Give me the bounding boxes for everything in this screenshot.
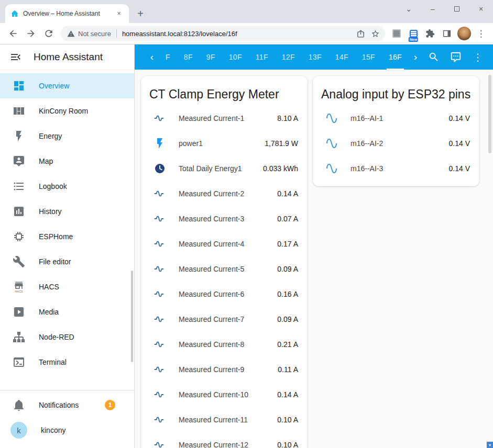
back-button[interactable] <box>5 26 21 41</box>
entity-value: 0.07 A <box>277 215 298 223</box>
sidebar-item-file-editor[interactable]: File editor <box>0 249 134 274</box>
share-button[interactable] <box>354 27 367 40</box>
maximize-icon <box>454 6 459 12</box>
entity-row[interactable]: Measured Current-1 8.10 A <box>141 106 308 131</box>
sidebar-item-user[interactable]: k kincony <box>0 418 134 443</box>
scroll-down-icon[interactable]: ▼ <box>487 442 493 448</box>
entity-name: m16--AI-2 <box>350 139 436 148</box>
app-title: Home Assistant <box>34 51 103 63</box>
sidebar-item-notifications[interactable]: Notifications 1 <box>0 393 134 418</box>
search-button[interactable] <box>423 46 445 68</box>
entity-row[interactable]: m16--AI-1 0.14 V <box>313 106 479 131</box>
entity-value: 0.14 A <box>277 390 298 399</box>
sidebar-item-logbook[interactable]: Logbook <box>0 174 134 199</box>
entity-row[interactable]: Measured Current-2 0.14 A <box>141 181 308 206</box>
tab-close-icon[interactable]: × <box>114 9 124 18</box>
entity-row[interactable]: m16--AI-2 0.14 V <box>313 131 479 156</box>
entity-value: 1,781.9 W <box>265 139 298 148</box>
tab-search-chevron-icon[interactable]: ⌄ <box>397 0 421 18</box>
card-analog-input-esp32: Analog input by ESP32 pins m16--AI-1 0.1… <box>313 76 479 186</box>
url-text[interactable]: homeassistant.local:8123/lovelace/16f <box>122 30 353 38</box>
address-bar[interactable]: Not secure homeassistant.local:8123/love… <box>61 26 385 41</box>
entity-name: Measured Current-6 <box>179 290 265 298</box>
sidebar-item-energy[interactable]: Energy <box>0 124 134 149</box>
scrollbar-thumb[interactable] <box>488 75 491 153</box>
close-button[interactable]: × <box>469 0 493 18</box>
sidebar-item-map[interactable]: Map <box>0 149 134 174</box>
entity-name: Measured Current-4 <box>179 240 265 248</box>
sidebar-item-label: Node-RED <box>39 333 74 341</box>
sidebar-item-media[interactable]: Media <box>0 299 134 324</box>
tab-label: 15F <box>362 53 375 61</box>
new-badge: New <box>409 37 418 42</box>
entity-row[interactable]: Measured Current-6 0.16 A <box>141 282 308 307</box>
view-tab-11f[interactable]: 11F <box>249 44 275 70</box>
entity-name: Measured Current-9 <box>179 365 265 374</box>
entity-name: Measured Current-7 <box>179 315 265 323</box>
browser-tab[interactable]: Overview – Home Assistant × <box>5 4 129 23</box>
page-scrollbar[interactable]: ▼ <box>487 70 493 448</box>
entity-row[interactable]: Measured Current-5 0.09 A <box>141 256 308 282</box>
entity-row[interactable]: m16--AI-3 0.14 V <box>313 156 479 181</box>
entity-row[interactable]: Measured Current-8 0.21 A <box>141 332 308 357</box>
tabs-scroll-right-icon[interactable]: › <box>409 44 422 70</box>
reload-button[interactable] <box>41 26 57 41</box>
view-tab-14f[interactable]: 14F <box>328 44 355 70</box>
entity-row[interactable]: Measured Current-12 0.10 A <box>141 432 308 448</box>
view-tab-10f[interactable]: 10F <box>222 44 249 70</box>
current-ac-icon <box>154 413 166 426</box>
entity-row[interactable]: Measured Current-10 0.14 A <box>141 382 308 407</box>
entity-row[interactable]: Measured Current-4 0.17 A <box>141 231 308 256</box>
browser-menu-button[interactable]: ⋮ <box>475 28 487 39</box>
entity-row[interactable]: power1 1,781.9 W <box>141 131 308 156</box>
extension-button-new[interactable]: New <box>407 27 420 40</box>
entity-row[interactable]: Total Daily Energy1 0.033 kWh <box>141 156 308 181</box>
entity-row[interactable]: Measured Current-3 0.07 A <box>141 206 308 231</box>
minimize-button[interactable]: – <box>421 0 445 18</box>
sidebar-item-esphome[interactable]: ESPHome <box>0 224 134 249</box>
new-tab-button[interactable]: + <box>133 6 148 21</box>
sidebar-scrollbar[interactable] <box>131 271 133 362</box>
sidebar-item-history[interactable]: History <box>0 199 134 224</box>
sidebar-item-kincony-room[interactable]: KinCony Room <box>0 98 134 124</box>
security-chip[interactable]: Not secure <box>67 30 111 38</box>
assist-button[interactable] <box>445 46 467 68</box>
forward-icon <box>26 28 36 39</box>
view-tab-13f[interactable]: 13F <box>302 44 328 70</box>
sidebar-item-label: HACS <box>39 283 59 291</box>
card-ct-clamp-energy-meter: CT Clamp Energy Meter Measured Current-1… <box>141 76 308 448</box>
side-panel-button[interactable] <box>441 27 453 40</box>
entity-row[interactable]: Measured Current-11 0.10 A <box>141 407 308 432</box>
view-tab-16f[interactable]: 16F <box>382 44 409 70</box>
forward-button[interactable] <box>23 26 39 41</box>
extension-button-1[interactable] <box>390 27 403 40</box>
flash-icon <box>154 137 166 150</box>
entity-name: Measured Current-10 <box>179 390 265 399</box>
entity-row[interactable]: Measured Current-9 0.11 A <box>141 357 308 382</box>
entity-value: 0.09 A <box>277 265 298 273</box>
sidebar-nav: Overview KinCony Room Energy Map Logbook… <box>0 70 134 390</box>
extensions-menu-button[interactable] <box>424 27 436 40</box>
current-ac-icon <box>154 288 166 300</box>
current-ac-icon <box>154 212 166 225</box>
sidebar-item-terminal[interactable]: Terminal <box>0 350 134 375</box>
sidebar-item-node-red[interactable]: Node-RED <box>0 324 134 350</box>
current-ac-icon <box>154 238 166 250</box>
view-tab-15f[interactable]: 15F <box>355 44 382 70</box>
view-tab-8f[interactable]: 8F <box>177 44 200 70</box>
view-tab-f[interactable]: F <box>159 44 177 70</box>
view-tab-9f[interactable]: 9F <box>200 44 222 70</box>
entity-value: 0.14 A <box>277 189 298 198</box>
entity-row[interactable]: Measured Current-7 0.09 A <box>141 307 308 332</box>
sidebar-item-hacs[interactable]: HACS <box>0 274 134 299</box>
menu-toggle-icon[interactable] <box>9 51 22 63</box>
maximize-button[interactable] <box>445 0 469 18</box>
side-panel-icon <box>442 29 452 38</box>
header-menu-button[interactable]: ⋮ <box>467 46 489 68</box>
bookmark-button[interactable] <box>368 27 382 40</box>
view-tab-12f[interactable]: 12F <box>275 44 302 70</box>
browser-profile-avatar[interactable] <box>457 27 471 40</box>
tabs-scroll-left-icon[interactable]: ‹ <box>145 44 159 70</box>
tab-label: 8F <box>184 53 193 61</box>
sidebar-item-overview[interactable]: Overview <box>0 73 134 98</box>
